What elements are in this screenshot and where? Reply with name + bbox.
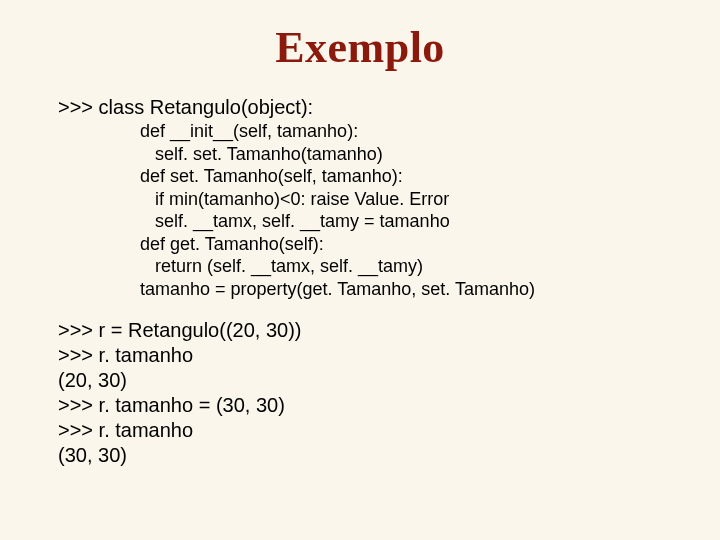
- code-line: >>> r. tamanho: [58, 343, 680, 368]
- code-line: >>> r. tamanho: [58, 418, 680, 443]
- code-line: return (self. __tamx, self. __tamy): [58, 255, 680, 278]
- slide: Exemplo >>> class Retangulo(object): def…: [0, 0, 720, 540]
- code-line: (30, 30): [58, 443, 680, 468]
- code-line: tamanho = property(get. Tamanho, set. Ta…: [58, 278, 680, 301]
- code-line: (20, 30): [58, 368, 680, 393]
- code-block: >>> class Retangulo(object): def __init_…: [58, 95, 680, 468]
- code-line: >>> r. tamanho = (30, 30): [58, 393, 680, 418]
- code-line: >>> r = Retangulo((20, 30)): [58, 318, 680, 343]
- code-line: >>> class Retangulo(object):: [58, 95, 680, 120]
- code-line: self. __tamx, self. __tamy = tamanho: [58, 210, 680, 233]
- code-line: def __init__(self, tamanho):: [58, 120, 680, 143]
- code-line: self. set. Tamanho(tamanho): [58, 143, 680, 166]
- code-line: if min(tamanho)<0: raise Value. Error: [58, 188, 680, 211]
- slide-title: Exemplo: [0, 22, 720, 73]
- code-line: def set. Tamanho(self, tamanho):: [58, 165, 680, 188]
- code-line: def get. Tamanho(self):: [58, 233, 680, 256]
